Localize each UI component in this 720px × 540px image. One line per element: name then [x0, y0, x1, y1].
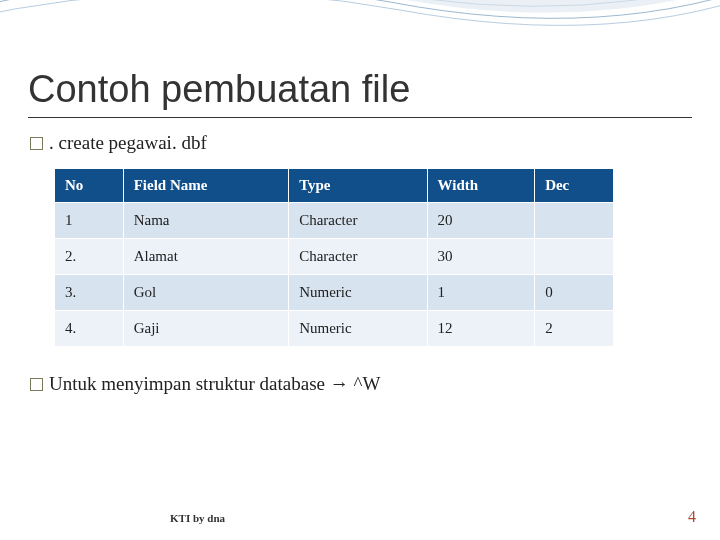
- note-text-suffix: ^W: [349, 373, 381, 394]
- cell-dec: 2: [535, 311, 614, 347]
- cell-field: Alamat: [123, 239, 288, 275]
- table-row: 3. Gol Numeric 1 0: [55, 275, 614, 311]
- cell-width: 12: [427, 311, 535, 347]
- page-number: 4: [688, 508, 696, 526]
- bullet-icon: [30, 378, 43, 391]
- col-type: Type: [289, 169, 427, 203]
- table-row: 4. Gaji Numeric 12 2: [55, 311, 614, 347]
- cell-type: Character: [289, 239, 427, 275]
- cell-no: 1: [55, 203, 124, 239]
- col-dec: Dec: [535, 169, 614, 203]
- cell-type: Numeric: [289, 275, 427, 311]
- cell-width: 1: [427, 275, 535, 311]
- command-text: . create pegawai. dbf: [49, 132, 207, 153]
- col-no: No: [55, 169, 124, 203]
- table-row: 1 Nama Character 20: [55, 203, 614, 239]
- slide-title: Contoh pembuatan file: [0, 0, 720, 117]
- field-structure-table: No Field Name Type Width Dec 1 Nama Char…: [54, 168, 614, 347]
- cell-dec: 0: [535, 275, 614, 311]
- arrow-icon: →: [330, 373, 349, 394]
- cell-field: Nama: [123, 203, 288, 239]
- command-line: . create pegawai. dbf: [0, 128, 720, 168]
- cell-no: 3.: [55, 275, 124, 311]
- table-row: 2. Alamat Character 30: [55, 239, 614, 275]
- cell-field: Gaji: [123, 311, 288, 347]
- bullet-icon: [30, 137, 43, 150]
- save-note: Untuk menyimpan struktur database → ^W: [0, 347, 720, 395]
- col-field: Field Name: [123, 169, 288, 203]
- cell-dec: [535, 203, 614, 239]
- cell-type: Numeric: [289, 311, 427, 347]
- footer-credit: KTI by dna: [170, 512, 225, 524]
- title-divider: [28, 117, 692, 118]
- note-text-prefix: Untuk menyimpan struktur database: [49, 373, 330, 394]
- cell-dec: [535, 239, 614, 275]
- table-header-row: No Field Name Type Width Dec: [55, 169, 614, 203]
- cell-field: Gol: [123, 275, 288, 311]
- cell-type: Character: [289, 203, 427, 239]
- cell-no: 2.: [55, 239, 124, 275]
- cell-no: 4.: [55, 311, 124, 347]
- col-width: Width: [427, 169, 535, 203]
- cell-width: 30: [427, 239, 535, 275]
- cell-width: 20: [427, 203, 535, 239]
